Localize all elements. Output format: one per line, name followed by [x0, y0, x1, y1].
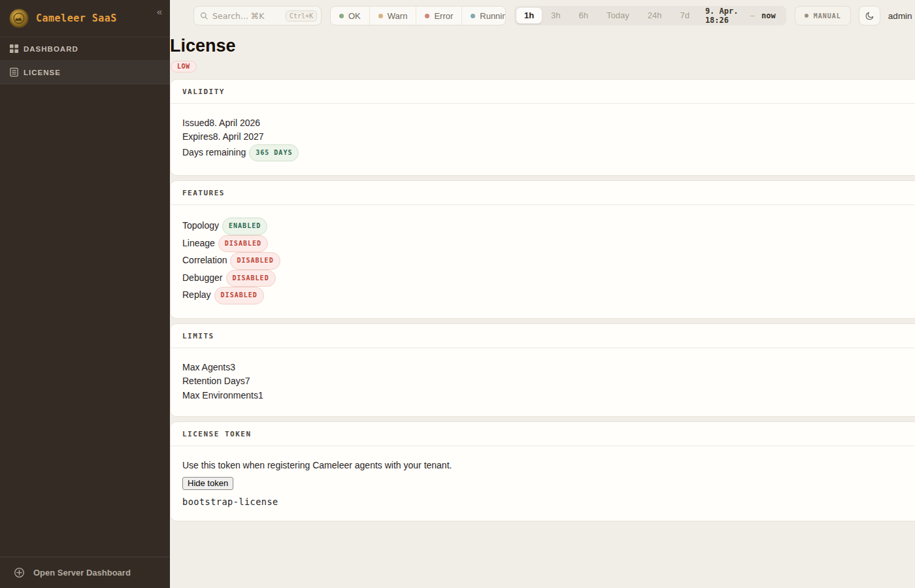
days-remaining-row: Days remaining365 DAYS	[182, 144, 915, 162]
sidebar-item-label: LICENSE	[24, 69, 61, 76]
max-agents-value: 3	[230, 362, 235, 372]
days-remaining-label: Days remaining	[182, 147, 246, 157]
expires-value: 8. April 2027	[213, 131, 264, 142]
status-filter-warn[interactable]: Warn	[369, 7, 416, 25]
validity-body: Issued8. April 2026 Expires8. April 2027…	[171, 104, 915, 176]
feature-status-badge: ENABLED	[222, 218, 267, 235]
time-to: now	[761, 11, 776, 20]
max-environments-row: Max Environments1	[182, 389, 915, 403]
username-label: admin	[888, 11, 912, 21]
feature-status-badge: DISABLED	[230, 252, 280, 270]
time-range-1h[interactable]: 1h	[516, 8, 542, 24]
time-separator: –	[750, 11, 755, 20]
expires-row: Expires8. April 2027	[182, 130, 915, 144]
time-range-display[interactable]: 9. Apr. 18:26 – now	[699, 7, 784, 25]
open-server-dashboard-link[interactable]: Open Server Dashboard	[0, 557, 170, 588]
issued-value: 8. April 2026	[209, 118, 260, 128]
issued-label: Issued	[182, 118, 209, 128]
sidebar: Cameleer SaaS « DASHBOARD LICENSE Open S…	[0, 0, 170, 588]
manual-mode-button[interactable]: MANUAL	[795, 6, 851, 25]
max-agents-label: Max Agents	[182, 362, 230, 372]
feature-label: Topology	[182, 220, 219, 231]
hide-token-button[interactable]: Hide token	[182, 477, 233, 490]
features-body: TopologyENABLED LineageDISABLED Correlat…	[171, 205, 915, 318]
warn-status-dot	[378, 14, 383, 18]
max-environments-label: Max Environments	[182, 390, 258, 400]
validity-card: VALIDITY Issued8. April 2026 Expires8. A…	[170, 79, 915, 176]
feature-status-badge: DISABLED	[226, 270, 276, 287]
status-filter-label: Warn	[388, 11, 408, 21]
manual-mode-label: MANUAL	[814, 12, 841, 20]
status-filter-running[interactable]: Running	[461, 7, 506, 25]
grid-icon	[9, 44, 19, 54]
feature-row-replay: ReplayDISABLED	[182, 287, 915, 304]
features-card: FEATURES TopologyENABLED LineageDISABLED…	[170, 180, 915, 319]
time-range-today[interactable]: Today	[597, 8, 639, 24]
issued-row: Issued8. April 2026	[182, 116, 915, 131]
search-box[interactable]: Ctrl+K	[193, 6, 322, 25]
brand-title: Cameleer SaaS	[36, 12, 117, 24]
page-title: License	[170, 35, 915, 57]
time-from: 9. Apr. 18:26	[705, 7, 744, 25]
search-icon	[200, 12, 208, 20]
time-range-3h[interactable]: 3h	[542, 8, 569, 24]
days-remaining-badge: 365 DAYS	[249, 144, 299, 162]
max-agents-row: Max Agents3	[182, 361, 915, 375]
time-range-7d[interactable]: 7d	[671, 8, 698, 24]
sidebar-item-license[interactable]: LICENSE	[0, 61, 170, 84]
feature-row-lineage: LineageDISABLED	[182, 235, 915, 253]
status-filter-ok[interactable]: OK	[331, 7, 369, 25]
running-status-dot	[471, 14, 475, 18]
retention-days-value: 7	[245, 376, 250, 386]
feature-label: Debugger	[182, 272, 223, 283]
sidebar-item-dashboard[interactable]: DASHBOARD	[0, 37, 170, 61]
license-token-body: Use this token when registering Cameleer…	[171, 446, 915, 521]
feature-status-badge: DISABLED	[214, 287, 264, 304]
sidebar-item-label: DASHBOARD	[24, 45, 78, 53]
manual-mode-dot	[805, 14, 808, 18]
license-token-value: bootstrap-license	[182, 497, 915, 507]
limits-heading: LIMITS	[171, 324, 915, 348]
moon-icon	[865, 11, 874, 21]
sidebar-collapse-icon[interactable]: «	[157, 7, 162, 16]
feature-label: Replay	[182, 289, 211, 300]
status-filter-group: OK Warn Error Running	[330, 6, 506, 25]
sidebar-nav: DASHBOARD LICENSE	[0, 37, 170, 557]
globe-plus-icon	[14, 567, 25, 578]
sidebar-header: Cameleer SaaS «	[0, 0, 170, 37]
feature-status-badge: DISABLED	[218, 235, 268, 253]
features-heading: FEATURES	[171, 181, 915, 205]
error-status-dot	[425, 14, 429, 18]
license-token-card: LICENSE TOKEN Use this token when regist…	[170, 421, 915, 521]
topbar: Ctrl+K OK Warn Error Running 1h 3h 6	[170, 0, 915, 31]
time-range-24h[interactable]: 24h	[639, 8, 671, 24]
license-token-heading: LICENSE TOKEN	[171, 422, 915, 446]
feature-row-topology: TopologyENABLED	[182, 218, 915, 235]
time-range-6h[interactable]: 6h	[570, 8, 597, 24]
validity-heading: VALIDITY	[171, 80, 915, 104]
topbar-right-cluster: MANUAL admin AD	[795, 6, 915, 25]
limits-card: LIMITS Max Agents3 Retention Days7 Max E…	[170, 323, 915, 417]
dark-mode-toggle[interactable]	[859, 6, 880, 25]
license-level-badge: LOW	[171, 61, 197, 73]
feature-row-debugger: DebuggerDISABLED	[182, 270, 915, 287]
status-filter-error[interactable]: Error	[416, 7, 461, 25]
time-range-group: 1h 3h 6h Today 24h 7d 9. Apr. 18:26 – no…	[514, 6, 786, 25]
ok-status-dot	[339, 14, 344, 18]
feature-label: Correlation	[182, 255, 227, 265]
license-page: License LOW VALIDITY Issued8. April 2026…	[170, 31, 915, 526]
retention-days-row: Retention Days7	[182, 374, 915, 389]
feature-row-correlation: CorrelationDISABLED	[182, 252, 915, 270]
expires-label: Expires	[182, 131, 213, 142]
camel-coin-logo	[9, 8, 29, 28]
max-environments-value: 1	[258, 390, 263, 400]
search-shortcut-chip: Ctrl+K	[286, 10, 317, 22]
status-filter-label: Error	[434, 11, 453, 21]
document-icon	[9, 67, 19, 77]
limits-body: Max Agents3 Retention Days7 Max Environm…	[171, 348, 915, 417]
footer-link-label: Open Server Dashboard	[33, 568, 131, 578]
retention-days-label: Retention Days	[182, 376, 245, 386]
feature-label: Lineage	[182, 238, 215, 248]
camel-icon	[13, 12, 25, 24]
search-input[interactable]	[212, 11, 282, 21]
